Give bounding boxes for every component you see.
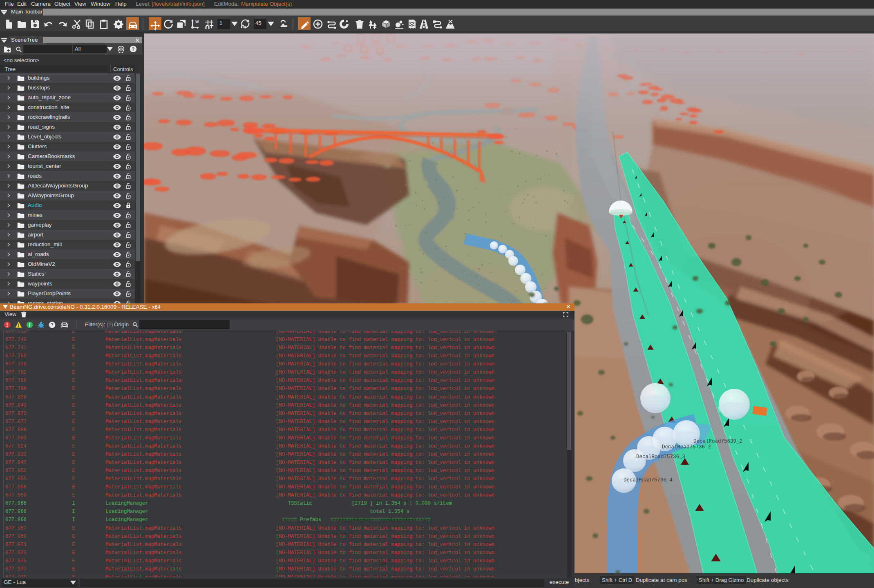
svg-text:DecalRoad75736_2: DecalRoad75736_2 [662, 444, 711, 450]
svg-text:DecalRoad75736_3: DecalRoad75736_3 [636, 454, 685, 460]
svg-text:DecalRoad75736_4: DecalRoad75736_4 [624, 477, 673, 483]
svg-text:DecalRoad75639_2: DecalRoad75639_2 [693, 439, 742, 444]
